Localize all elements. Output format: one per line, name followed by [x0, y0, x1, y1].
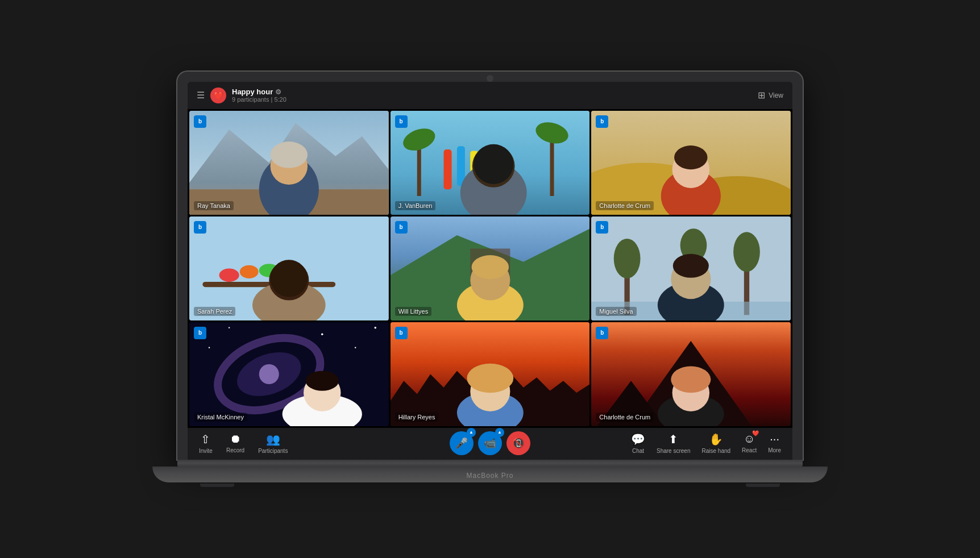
video-cell-8: b: [391, 322, 590, 426]
bing-badge-1: b: [194, 115, 206, 128]
chat-label: Chat: [632, 448, 644, 454]
video-cell-4: b Sarah Perez: [189, 216, 389, 320]
more-label: More: [768, 447, 781, 453]
svg-point-37: [471, 255, 508, 279]
toolbar-center: 🎤 ▲ 📹 ▲ 📵: [450, 431, 530, 455]
meeting-emoji: ❤️: [210, 88, 226, 103]
svg-point-54: [355, 347, 356, 348]
svg-point-56: [229, 327, 230, 328]
chat-button[interactable]: 💬 Chat: [631, 432, 645, 454]
toolbar-right: 💬 Chat ⬆ Share screen ✋ Raise hand ☺ ❤️: [631, 432, 781, 454]
raise-hand-icon: ✋: [709, 432, 723, 446]
participant-label-9: Charlotte de Crum: [596, 413, 654, 422]
participant-label-6: Miguel Silva: [596, 307, 636, 316]
laptop-hinge: [177, 460, 803, 467]
invite-label: Invite: [199, 448, 213, 454]
bg-svg-3: [591, 111, 791, 215]
svg-point-40: [614, 238, 641, 278]
cam-chevron[interactable]: ▲: [495, 428, 504, 437]
participants-label: Participants: [258, 448, 288, 454]
bg-svg-6: [591, 216, 791, 320]
bg-svg-2: [391, 111, 590, 215]
raise-hand-button[interactable]: ✋ Raise hand: [701, 432, 730, 454]
participant-label-7: Kristal McKinney: [194, 413, 247, 422]
svg-point-52: [259, 364, 279, 384]
toolbar: ⇧ Invite ⏺ Record 👥 Participants 🎤: [188, 428, 792, 460]
screen-content: ☰ ❤️ Happy hour ⚙ 9 participants | 5:20 …: [188, 82, 792, 460]
svg-point-48: [673, 253, 709, 277]
participant-label-3: Charlotte de Crum: [596, 201, 654, 210]
participant-label-2: J. VanBuren: [395, 201, 436, 210]
settings-icon[interactable]: ⚙: [275, 88, 281, 96]
top-bar-left: ☰ ❤️ Happy hour ⚙ 9 participants | 5:20: [197, 88, 286, 103]
laptop-feet: [177, 484, 803, 487]
chat-icon: 💬: [631, 432, 645, 446]
svg-point-5: [271, 141, 308, 168]
participant-label-4: Sarah Perez: [194, 307, 235, 316]
webcam: [487, 75, 493, 82]
svg-point-53: [321, 333, 323, 335]
more-icon: ···: [770, 432, 779, 445]
meeting-info: Happy hour ⚙ 9 participants | 5:20: [232, 88, 286, 103]
bing-badge-2: b: [395, 115, 408, 128]
svg-point-60: [306, 370, 339, 390]
video-cell-7: b: [189, 322, 389, 426]
bg-svg-5: [391, 216, 590, 320]
bing-badge-9: b: [596, 327, 608, 339]
svg-point-42: [733, 232, 760, 272]
participant-label-8: Hillary Reyes: [395, 413, 439, 422]
bing-badge-5: b: [395, 221, 408, 234]
share-screen-label: Share screen: [657, 448, 690, 454]
laptop-screen: ☰ ❤️ Happy hour ⚙ 9 participants | 5:20 …: [177, 72, 803, 460]
share-screen-button[interactable]: ⬆ Share screen: [657, 432, 690, 454]
video-cell-2: b: [391, 111, 590, 215]
top-bar: ☰ ❤️ Happy hour ⚙ 9 participants | 5:20 …: [188, 82, 792, 109]
invite-icon: ⇧: [201, 432, 210, 446]
menu-icon[interactable]: ☰: [197, 90, 205, 101]
foot-left: [200, 484, 234, 487]
laptop-bottom: MacBook Pro: [152, 467, 828, 482]
svg-rect-7: [417, 143, 421, 196]
end-call-button[interactable]: 📵: [506, 431, 530, 455]
bg-svg-9: [591, 322, 791, 426]
laptop-wrapper: ☰ ❤️ Happy hour ⚙ 9 participants | 5:20 …: [177, 72, 803, 487]
laptop-base: MacBook Pro: [177, 460, 803, 487]
meeting-subtitle: 9 participants | 5:20: [232, 96, 286, 103]
camera-button[interactable]: 📹 ▲: [478, 431, 502, 455]
bing-badge-3: b: [596, 115, 608, 128]
more-button[interactable]: ··· More: [768, 432, 781, 453]
bing-badge-8: b: [395, 327, 408, 339]
laptop-brand: MacBook Pro: [466, 472, 513, 480]
microphone-button[interactable]: 🎤 ▲: [450, 431, 474, 455]
video-grid: b: [188, 109, 792, 428]
record-button[interactable]: ⏺ Record: [226, 432, 244, 453]
bing-badge-7: b: [194, 327, 206, 339]
svg-point-25: [219, 268, 239, 281]
react-label: React: [742, 447, 757, 453]
mic-chevron[interactable]: ▲: [467, 428, 476, 437]
camera-icon: 📹: [484, 437, 496, 449]
react-button[interactable]: ☺ ❤️ React: [742, 432, 757, 453]
grid-icon: ⊞: [758, 90, 765, 101]
share-screen-icon: ⬆: [668, 432, 678, 446]
bing-badge-6: b: [596, 221, 608, 234]
svg-point-55: [375, 326, 377, 328]
end-call-icon: 📵: [512, 437, 525, 449]
svg-point-57: [209, 347, 210, 348]
invite-button[interactable]: ⇧ Invite: [199, 432, 213, 454]
video-cell-3: b: [591, 111, 791, 215]
react-heart: ❤️: [752, 430, 759, 436]
video-cell-1: b: [189, 111, 389, 215]
svg-point-16: [474, 144, 513, 184]
foot-right: [746, 484, 780, 487]
svg-rect-11: [443, 149, 451, 189]
svg-point-31: [271, 260, 308, 297]
participants-button[interactable]: 👥 Participants: [258, 432, 288, 454]
video-cell-6: b: [591, 216, 791, 320]
view-button[interactable]: ⊞ View: [758, 90, 783, 101]
record-label: Record: [226, 447, 244, 453]
participant-label-5: Will Littyes: [395, 307, 432, 316]
participants-icon: 👥: [266, 432, 280, 446]
video-cell-5: b: [391, 216, 590, 320]
svg-point-65: [467, 363, 513, 392]
